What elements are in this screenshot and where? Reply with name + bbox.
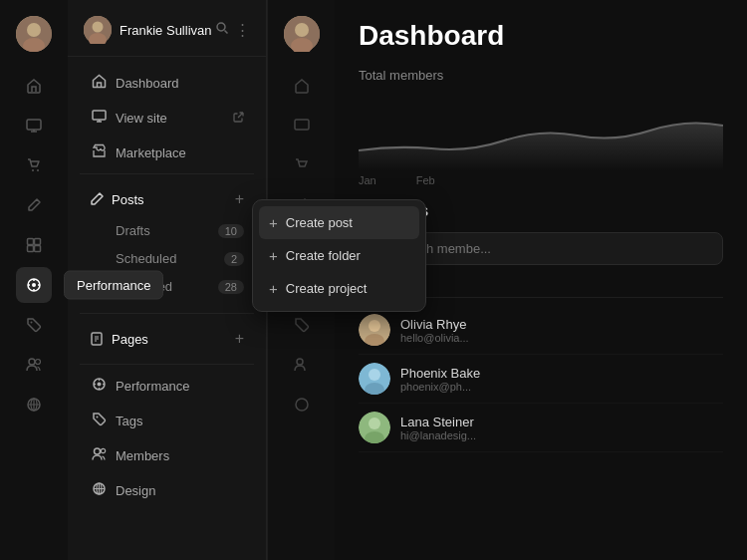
nav-performance-label: Performance: [116, 379, 189, 394]
create-project-item[interactable]: + Create project: [259, 272, 419, 305]
member-row-lana[interactable]: Lana Steiner hi@lanadesig...: [359, 404, 723, 452]
left-narrow-sidebar: Performance: [0, 0, 68, 560]
svg-point-27: [101, 448, 105, 452]
nav-design[interactable]: Design: [74, 473, 260, 507]
member-row-phoenix[interactable]: Phoenix Bake phoenix@ph...: [359, 355, 723, 404]
performance-icon-nav: [90, 377, 108, 395]
create-dropdown: + Create post + Create folder + Create p…: [252, 199, 426, 312]
sidebar-user-name: Frankie Sullivan: [120, 23, 212, 38]
member-row-olivia[interactable]: Olivia Rhye hello@olivia...: [359, 306, 723, 355]
external-link-icon: [233, 112, 244, 125]
sub-scheduled[interactable]: Scheduled 2: [74, 245, 260, 272]
create-project-icon: +: [269, 280, 278, 297]
sidebar-header-left: Frankie Sullivan: [84, 16, 212, 44]
sidebar-nav: Dashboard View site: [68, 57, 266, 560]
nav-members[interactable]: Members: [74, 438, 260, 472]
create-folder-icon: +: [269, 247, 278, 264]
svg-rect-9: [35, 246, 41, 252]
performance-icon[interactable]: Performance: [16, 267, 52, 303]
sidebar-header-actions: ⋮: [215, 21, 250, 39]
nav-view-site[interactable]: View site: [74, 101, 260, 135]
search-icon-sidebar[interactable]: [215, 21, 229, 39]
chart-label-jan: Jan: [359, 174, 376, 186]
nav-view-site-label: View site: [116, 111, 167, 126]
create-folder-item[interactable]: + Create folder: [259, 239, 419, 272]
right-sidebar-avatar[interactable]: [284, 16, 320, 52]
sidebar-divider-1: [80, 173, 254, 174]
members-icon-nav: [90, 446, 108, 464]
nav-performance[interactable]: Performance: [74, 369, 260, 403]
right-members-icon[interactable]: [284, 347, 320, 383]
dashboard-icon: [90, 74, 108, 92]
monitor-icon-nav: [90, 109, 108, 127]
svg-point-13: [29, 359, 35, 365]
svg-point-11: [32, 283, 36, 287]
drafts-label: Drafts: [116, 223, 150, 238]
svg-rect-8: [28, 246, 34, 252]
svg-rect-21: [93, 111, 106, 120]
svg-rect-33: [295, 120, 309, 130]
cart-icon[interactable]: [16, 147, 52, 183]
right-monitor-icon[interactable]: [284, 108, 320, 143]
svg-rect-3: [27, 120, 41, 130]
member-avatar-phoenix: [359, 363, 390, 395]
svg-point-50: [369, 418, 380, 429]
posts-section: Posts + Drafts 10 Scheduled 2 Published …: [68, 178, 266, 309]
pages-plus-icon[interactable]: +: [235, 330, 244, 348]
left-sidebar-avatar[interactable]: [16, 16, 52, 52]
home-icon[interactable]: [16, 68, 52, 104]
chart-label-feb: Feb: [416, 174, 435, 186]
right-design-icon[interactable]: [284, 387, 320, 422]
monitor-icon[interactable]: [16, 108, 52, 143]
posts-plus-icon[interactable]: +: [235, 190, 244, 208]
nav-dashboard[interactable]: Dashboard: [74, 66, 260, 100]
pen-icon[interactable]: [16, 187, 52, 223]
member-avatar-olivia: [359, 314, 390, 346]
svg-rect-7: [35, 239, 41, 245]
sidebar-divider-2: [80, 313, 254, 314]
tags-icon-nav: [90, 412, 108, 429]
marketplace-icon: [90, 143, 108, 161]
pages-section-header[interactable]: Pages +: [74, 324, 260, 354]
members-icon[interactable]: [16, 347, 52, 383]
right-home-icon[interactable]: [284, 68, 320, 104]
member-name-olivia: Olivia Rhye: [400, 317, 469, 332]
member-email-olivia: hello@olivia...: [400, 332, 469, 344]
svg-point-44: [369, 320, 380, 332]
create-post-item[interactable]: + Create post: [259, 206, 419, 239]
members-search-input[interactable]: [392, 241, 710, 256]
svg-point-40: [297, 359, 303, 365]
design-icon-nav: [90, 481, 108, 499]
nav-members-label: Members: [116, 448, 169, 463]
svg-point-25: [96, 417, 98, 419]
layout-icon[interactable]: [16, 227, 52, 263]
nav-marketplace[interactable]: Marketplace: [74, 136, 260, 169]
svg-point-4: [32, 169, 34, 171]
scheduled-label: Scheduled: [116, 251, 176, 266]
nav-dashboard-label: Dashboard: [116, 76, 179, 91]
svg-point-26: [94, 448, 100, 454]
svg-point-18: [93, 22, 104, 33]
right-tags-icon[interactable]: [284, 307, 320, 343]
svg-point-1: [27, 23, 41, 37]
tags-icon[interactable]: [16, 307, 52, 343]
nav-tags[interactable]: Tags: [74, 404, 260, 437]
posts-section-header[interactable]: Posts +: [74, 184, 260, 214]
sub-drafts[interactable]: Drafts 10: [74, 217, 260, 244]
sub-published[interactable]: Published 28: [74, 273, 260, 300]
sidebar-user-avatar[interactable]: [84, 16, 112, 44]
svg-point-24: [97, 383, 101, 387]
posts-section-title: Posts: [90, 192, 144, 207]
svg-point-20: [217, 23, 225, 31]
design-icon[interactable]: [16, 387, 52, 422]
more-icon-sidebar[interactable]: ⋮: [235, 21, 250, 39]
nav-design-label: Design: [116, 483, 155, 498]
create-project-label: Create project: [286, 281, 368, 296]
member-name-lana: Lana Steiner: [400, 415, 476, 429]
main-sidebar: Frankie Sullivan ⋮ Dashboard: [68, 0, 267, 560]
create-post-label: Create post: [286, 215, 353, 230]
right-cart-icon[interactable]: [284, 147, 320, 183]
scheduled-count: 2: [224, 252, 244, 266]
member-avatar-lana: [359, 412, 390, 443]
total-members-chart: [359, 91, 723, 170]
